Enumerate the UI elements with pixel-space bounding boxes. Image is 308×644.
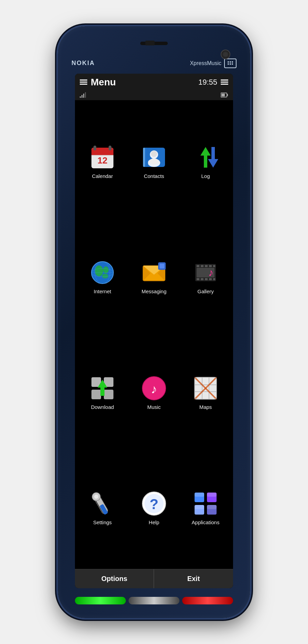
svg-point-78 [94,495,98,499]
maps-label: Maps [199,404,212,410]
svg-rect-8 [83,94,84,98]
app-music[interactable]: ♪ Music [128,335,180,450]
applications-label: Applications [192,519,220,525]
app-grid: 12 Calendar [75,100,233,569]
options-button[interactable]: Options [75,569,154,588]
app-help[interactable]: ? Help [128,450,180,566]
svg-rect-54 [213,278,215,280]
nokia-logo: NOKIA [72,60,95,67]
svg-point-32 [103,266,109,273]
battery-icon [221,92,228,99]
svg-rect-12 [221,94,225,96]
messaging-icon [140,259,168,286]
power-button[interactable] [182,597,233,604]
gallery-label: Gallery [197,288,214,294]
app-calendar[interactable]: 12 Calendar [77,104,128,219]
svg-point-0 [228,61,229,63]
calendar-icon: 12 [89,144,116,171]
svg-rect-6 [80,96,81,98]
download-icon [89,374,116,402]
svg-marker-27 [200,147,211,168]
settings-icon [89,490,116,517]
phone-body: NOKIA XpressMusic [58,26,250,618]
svg-text:?: ? [150,496,158,512]
svg-point-5 [232,63,233,65]
svg-rect-43 [160,264,164,268]
svg-rect-89 [207,493,217,497]
svg-rect-47 [205,265,208,267]
svg-rect-52 [205,278,208,280]
phone-screen: Menu 19:55 [75,74,233,588]
hardware-buttons [65,597,243,604]
svg-text:♪: ♪ [151,382,157,396]
softkey-bar: Options Exit [75,569,233,588]
app-gallery[interactable]: ♪ Gallery [180,219,231,335]
svg-rect-45 [197,265,199,267]
end-call-button[interactable] [129,597,179,604]
help-icon: ? [140,490,168,517]
phone-top: NOKIA XpressMusic [65,36,243,70]
svg-rect-50 [197,278,199,280]
menu-lines-right [221,80,228,85]
svg-rect-59 [91,390,101,399]
svg-rect-51 [201,278,204,280]
log-icon [192,144,219,171]
app-log[interactable]: Log [180,104,231,219]
svg-rect-17 [109,146,111,150]
messaging-label: Messaging [142,288,167,294]
calendar-label: Calendar [92,173,113,179]
app-applications[interactable]: Applications [180,450,231,566]
applications-icon [192,490,219,517]
signal-icon [80,92,87,99]
menu-lines-left [80,80,87,85]
svg-point-33 [102,274,108,278]
app-maps[interactable]: Maps [180,335,231,450]
svg-rect-91 [207,505,217,509]
call-button[interactable] [75,597,126,604]
music-icon: ♪ [140,374,168,402]
svg-rect-90 [195,505,204,509]
time-display: 19:55 [198,78,217,87]
app-internet[interactable]: Internet [77,219,128,335]
help-label: Help [149,519,160,525]
svg-marker-28 [208,147,218,168]
svg-rect-60 [104,390,113,399]
svg-point-4 [230,63,231,65]
menu-title: Menu [87,77,198,88]
sub-status-bar [75,91,233,100]
svg-rect-16 [94,146,96,150]
svg-point-1 [230,61,231,63]
svg-point-2 [232,61,233,63]
exit-button[interactable]: Exit [154,569,233,588]
gallery-icon: ♪ [192,259,219,286]
maps-icon [192,374,219,402]
app-contacts[interactable]: Contacts [128,104,180,219]
svg-point-3 [228,63,229,65]
xpress-icon [224,59,236,68]
status-bar: Menu 19:55 [75,74,233,91]
internet-icon [89,259,116,286]
svg-rect-7 [81,95,82,98]
svg-rect-53 [209,278,212,280]
svg-rect-26 [148,148,148,167]
svg-text:♪: ♪ [208,267,213,278]
svg-rect-11 [227,94,228,96]
internet-label: Internet [94,288,111,294]
svg-rect-88 [195,493,204,497]
settings-label: Settings [93,519,112,525]
app-download[interactable]: Download [77,335,128,450]
svg-rect-46 [201,265,204,267]
log-label: Log [201,173,210,179]
contacts-icon [140,144,168,171]
music-label: Music [147,404,161,410]
svg-point-24 [151,151,157,157]
svg-rect-15 [91,152,113,155]
app-settings[interactable]: Settings [77,450,128,566]
svg-point-25 [149,158,159,165]
model-name: XpressMusic [190,59,236,68]
contacts-label: Contacts [144,173,164,179]
brand-bar: NOKIA XpressMusic [65,56,243,70]
app-messaging[interactable]: Messaging [128,219,180,335]
svg-point-31 [95,265,103,276]
download-label: Download [91,404,114,410]
